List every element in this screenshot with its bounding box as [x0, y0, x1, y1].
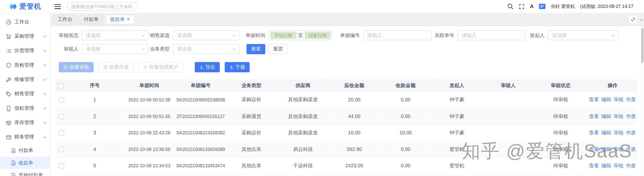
business-type-select[interactable]: 请选择 [173, 44, 239, 54]
tab-payment-orders[interactable]: 付款单 [79, 15, 103, 24]
chevron-down-icon [43, 106, 47, 110]
cell-type: 其他出库 [225, 141, 277, 157]
export-button[interactable]: 导出 [195, 62, 220, 72]
cell-received: 0.00 [380, 141, 431, 157]
cell-time: 2022-10-09 00:51:55 [123, 108, 176, 124]
tab-receipt-orders[interactable]: 收款单 × [106, 15, 135, 24]
cell-type: 采购退货 [225, 108, 277, 124]
gear-icon [631, 17, 635, 21]
menu-toggle-icon[interactable] [55, 4, 61, 9]
cell-time: 2022-10-08 13:34:53 [123, 157, 176, 174]
void-link[interactable]: 作废 [626, 97, 636, 103]
col-header-received: 收款金额 [380, 79, 431, 92]
select-placeholder: 请选择 [177, 45, 192, 52]
audit-link[interactable]: 审核 [614, 130, 624, 136]
view-link[interactable]: 查看 [589, 130, 599, 136]
sidebar-item-payment-orders[interactable]: 付款单 [0, 144, 50, 157]
auditor-select[interactable]: 请选择 [82, 44, 148, 54]
view-link[interactable]: 查看 [589, 146, 599, 152]
audit-link[interactable]: 审核 [614, 146, 624, 152]
message-icon[interactable] [539, 4, 546, 9]
view-link[interactable]: 查看 [589, 97, 599, 103]
font-size-icon[interactable]: A [530, 3, 534, 9]
tab-label: 付款单 [84, 16, 99, 23]
select-all-checkbox[interactable] [58, 83, 64, 88]
sidebar-item-inventory[interactable]: 库存管理 [0, 115, 50, 130]
void-link[interactable]: 作废 [626, 146, 636, 152]
cell-time: 2022-10-08 22:43:28 [123, 125, 176, 141]
row-checkbox[interactable] [58, 147, 64, 152]
cell-received: 0.00 [380, 92, 431, 108]
brand-logo[interactable]: 爱管机 [0, 2, 51, 11]
tab-settings-button[interactable] [628, 15, 637, 24]
cell-time: 2022-10-09 00:52:38 [123, 92, 176, 108]
search-button[interactable]: 搜索 [247, 44, 265, 54]
document-icon [11, 160, 16, 166]
button-label: 批量作废 [109, 64, 129, 71]
row-checkbox[interactable] [58, 130, 64, 136]
sidebar-item-sales[interactable]: 销售管理 [0, 87, 50, 101]
fullscreen-icon[interactable] [519, 4, 525, 9]
audit-link[interactable]: 审核 [614, 97, 624, 103]
chevron-down-icon[interactable] [640, 18, 643, 21]
filter-sales-channel: 销售渠道 请选择 [150, 30, 239, 40]
cell-seq: 2 [67, 108, 123, 124]
void-link[interactable]: 作废 [626, 162, 636, 168]
sidebar-item-quality[interactable]: 质检管理 [0, 58, 50, 72]
sidebar-item-distribution[interactable]: 分货管理 [0, 44, 50, 58]
edit-link[interactable]: 编辑 [601, 130, 611, 136]
sidebar-item-receipt-orders[interactable]: 收款单 [0, 157, 50, 169]
device-icon [6, 105, 12, 111]
batch-void-button[interactable]: 批量作废 [99, 62, 133, 72]
doc-number-input[interactable] [363, 30, 432, 40]
vertical-scrollbar[interactable] [641, 26, 644, 176]
filter-label: 单据编号 [340, 32, 360, 39]
cell-initiator: 爱管机 [431, 141, 483, 157]
close-icon[interactable]: × [127, 17, 130, 22]
audit-link[interactable]: 审核 [614, 113, 624, 119]
user-greeting[interactable]: 你好 爱管机 [551, 3, 575, 9]
sidebar-item-workbench[interactable]: 工作台 [0, 15, 50, 29]
sidebar-item-loaner[interactable]: 借机管理 [0, 101, 50, 115]
related-number-input[interactable] [458, 30, 526, 40]
download-button[interactable]: 下载 [225, 62, 250, 72]
void-link[interactable]: 作废 [626, 113, 636, 119]
date-range-picker[interactable]: 开始日期 至 结束日期 [269, 30, 332, 40]
sidebar-item-procurement[interactable]: 采购管理 [0, 29, 50, 43]
void-link[interactable]: 作废 [626, 130, 636, 136]
initiator-select[interactable]: 请选择 [548, 30, 619, 40]
reset-button[interactable]: 重置 [269, 44, 287, 54]
row-checkbox[interactable] [58, 114, 64, 119]
sales-channel-select[interactable]: 请选择 [173, 30, 239, 40]
start-date-input[interactable]: 开始日期 [270, 32, 296, 39]
edit-link[interactable]: 编辑 [601, 97, 611, 103]
audit-status-select[interactable]: 请选择 [82, 30, 148, 40]
sidebar-item-other-payment-orders[interactable]: 其他付款单 [0, 169, 50, 176]
sidebar-item-label: 财务管理 [14, 134, 43, 140]
edit-link[interactable]: 编辑 [601, 113, 611, 119]
tab-workbench[interactable]: 工作台 [53, 15, 77, 24]
scrollbar-thumb[interactable] [641, 28, 644, 63]
table-row: 4 2022-10-08 13:36:59 SK2022100813365938… [56, 141, 638, 157]
row-checkbox[interactable] [58, 163, 64, 169]
end-date-input[interactable]: 结束日期 [305, 32, 331, 39]
view-link[interactable]: 查看 [589, 113, 599, 119]
col-header-supplier: 供应商 [277, 79, 329, 92]
table-row: 5 2022-10-08 13:34:53 SK2022100813345347… [56, 157, 638, 174]
edit-link[interactable]: 编辑 [601, 146, 611, 152]
sidebar-item-label: 收款单 [18, 159, 33, 166]
sidebar-item-label: 工作台 [14, 18, 46, 25]
batch-audit-button[interactable]: 批量审核 [59, 62, 94, 72]
edit-link[interactable]: 编辑 [601, 162, 611, 168]
topbar-right-cluster: A 你好 爱管机 (试用版: 2023-08-27 14:17 [507, 3, 644, 9]
cell-select [56, 157, 67, 174]
view-link[interactable]: 查看 [589, 162, 599, 168]
audit-link[interactable]: 审核 [614, 162, 624, 168]
sidebar-item-finance[interactable]: 财务管理 [0, 130, 50, 144]
batch-select-account-button[interactable]: 批量选择账户 [138, 62, 183, 72]
search-icon[interactable] [507, 3, 513, 9]
cell-status: 待审核 [534, 92, 587, 108]
global-search-input[interactable] [67, 2, 136, 11]
sidebar-item-repair[interactable]: 维修管理 [0, 72, 50, 87]
row-checkbox[interactable] [58, 97, 64, 103]
